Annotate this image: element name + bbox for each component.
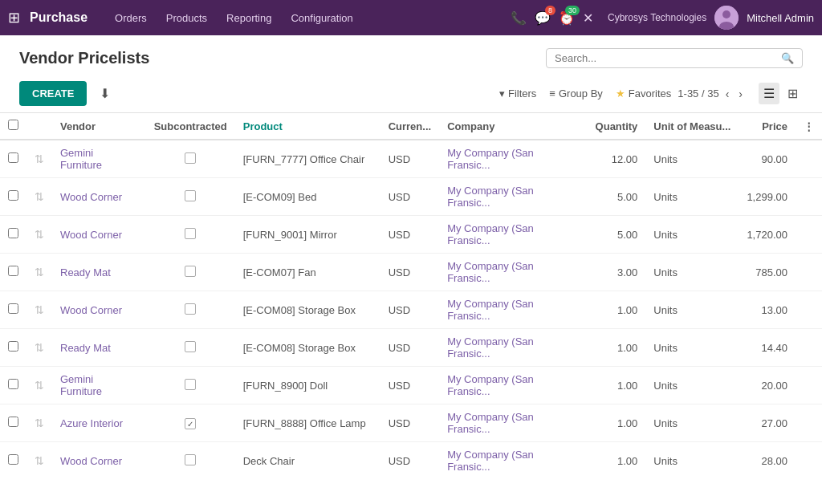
grid-icon[interactable]: ⊞: [8, 9, 20, 26]
row-drag-handle[interactable]: ⇅: [26, 216, 52, 254]
row-checkbox[interactable]: [8, 190, 18, 201]
row-vendor[interactable]: Wood Corner: [52, 291, 146, 329]
toolbar-filters: ▾ Filters ≡ Group By ★ Favorites: [499, 87, 671, 100]
subcontracted-checkbox: [185, 228, 196, 239]
row-quantity: 1.00: [588, 291, 646, 329]
row-drag-handle[interactable]: ⇅: [26, 329, 52, 367]
row-drag-handle[interactable]: ⇅: [26, 367, 52, 404]
grid-view-button[interactable]: ⊞: [783, 83, 803, 104]
row-checkbox[interactable]: [8, 417, 18, 427]
row-company[interactable]: My Company (San Fransic...: [439, 140, 587, 178]
header-company[interactable]: Company: [439, 113, 587, 140]
table-row: ⇅ Wood Corner [E-COM09] Bed USD My Compa…: [0, 178, 822, 216]
row-currency: USD: [380, 178, 439, 216]
close-icon[interactable]: ✕: [583, 10, 593, 26]
row-vendor[interactable]: Wood Corner: [52, 442, 146, 474]
row-checkbox[interactable]: [8, 379, 18, 389]
row-quantity: 1.00: [588, 442, 646, 474]
row-vendor[interactable]: Gemini Furniture: [52, 140, 146, 178]
row-drag-handle[interactable]: ⇅: [26, 178, 52, 216]
page-header: Vendor Pricelists 🔍: [0, 35, 822, 75]
table-row: ⇅ Wood Corner Deck Chair USD My Company …: [0, 442, 822, 474]
row-drag-handle[interactable]: ⇅: [26, 291, 52, 329]
favorites-button[interactable]: ★ Favorites: [616, 87, 671, 100]
row-checkbox[interactable]: [8, 228, 18, 238]
header-vendor[interactable]: Vendor: [52, 113, 146, 140]
header-subcontracted[interactable]: Subcontracted: [146, 113, 235, 140]
row-subcontracted: [146, 329, 235, 367]
search-bar[interactable]: 🔍: [546, 48, 803, 68]
table-row: ⇅ Azure Interior [FURN_8888] Office Lamp…: [0, 404, 822, 442]
user-name: Mitchell Admin: [747, 12, 814, 24]
prev-page-button[interactable]: ‹: [722, 86, 733, 102]
search-input[interactable]: [555, 52, 781, 64]
header-product[interactable]: Product: [235, 113, 380, 140]
row-drag-handle[interactable]: ⇅: [26, 254, 52, 291]
row-product: [E-COM07] Fan: [235, 254, 380, 291]
page-title: Vendor Pricelists: [19, 49, 149, 67]
row-uom: Units: [645, 216, 739, 254]
nav-reporting[interactable]: Reporting: [218, 7, 279, 29]
search-icon[interactable]: 🔍: [781, 52, 794, 64]
row-price: 27.00: [739, 404, 796, 442]
activity-icon[interactable]: ⏰ 30: [559, 10, 575, 26]
row-company[interactable]: My Company (San Fransic...: [439, 254, 587, 291]
row-currency: USD: [380, 367, 439, 404]
row-company[interactable]: My Company (San Fransic...: [439, 329, 587, 367]
row-product: [E-COM08] Storage Box: [235, 329, 380, 367]
row-more: [796, 329, 822, 367]
row-price: 20.00: [739, 367, 796, 404]
row-checkbox-cell: [0, 140, 26, 178]
row-drag-handle[interactable]: ⇅: [26, 404, 52, 442]
row-checkbox[interactable]: [8, 303, 18, 314]
row-uom: Units: [645, 367, 739, 404]
phone-icon[interactable]: 📞: [511, 10, 527, 26]
row-vendor[interactable]: Wood Corner: [52, 178, 146, 216]
row-company[interactable]: My Company (San Fransic...: [439, 442, 587, 474]
row-checkbox[interactable]: [8, 454, 18, 465]
nav-configuration[interactable]: Configuration: [283, 7, 360, 29]
header-uom[interactable]: Unit of Measu...: [645, 113, 739, 140]
row-vendor[interactable]: Azure Interior: [52, 404, 146, 442]
top-navigation: ⊞ Purchase Orders Products Reporting Con…: [0, 0, 822, 35]
nav-menu: Orders Products Reporting Configuration: [107, 7, 504, 29]
row-quantity: 1.00: [588, 329, 646, 367]
table-row: ⇅ Ready Mat [E-COM07] Fan USD My Company…: [0, 254, 822, 291]
company-name: Cybrosys Technologies: [608, 12, 706, 23]
row-company[interactable]: My Company (San Fransic...: [439, 404, 587, 442]
row-vendor[interactable]: Ready Mat: [52, 329, 146, 367]
row-company[interactable]: My Company (San Fransic...: [439, 216, 587, 254]
import-button[interactable]: ⬇: [93, 83, 116, 104]
filters-button[interactable]: ▾ Filters: [499, 87, 536, 100]
header-quantity[interactable]: Quantity: [588, 113, 646, 140]
user-avatar[interactable]: [714, 6, 739, 30]
header-currency[interactable]: Curren...: [380, 113, 439, 140]
row-drag-handle[interactable]: ⇅: [26, 442, 52, 474]
header-price[interactable]: Price: [739, 113, 796, 140]
row-company[interactable]: My Company (San Fransic...: [439, 291, 587, 329]
row-checkbox[interactable]: [8, 152, 18, 163]
row-price: 90.00: [739, 140, 796, 178]
row-vendor[interactable]: Wood Corner: [52, 216, 146, 254]
create-button[interactable]: CREATE: [19, 81, 87, 106]
row-company[interactable]: My Company (San Fransic...: [439, 367, 587, 404]
table-row: ⇅ Wood Corner [FURN_9001] Mirror USD My …: [0, 216, 822, 254]
groupby-button[interactable]: ≡ Group By: [549, 87, 603, 100]
next-page-button[interactable]: ›: [735, 86, 746, 102]
nav-orders[interactable]: Orders: [107, 7, 155, 29]
row-checkbox[interactable]: [8, 341, 18, 352]
row-checkbox[interactable]: [8, 266, 18, 276]
pricelists-table: Vendor Subcontracted Product Curren... C…: [0, 113, 822, 473]
header-more[interactable]: ⋮: [796, 113, 822, 140]
row-checkbox-cell: [0, 367, 26, 404]
row-vendor[interactable]: Gemini Furniture: [52, 367, 146, 404]
select-all-checkbox[interactable]: [8, 120, 18, 130]
chat-icon[interactable]: 💬 8: [535, 10, 551, 26]
nav-products[interactable]: Products: [158, 7, 215, 29]
row-drag-handle[interactable]: ⇅: [26, 140, 52, 178]
row-vendor[interactable]: Ready Mat: [52, 254, 146, 291]
drag-icon: ⇅: [35, 152, 44, 165]
row-company[interactable]: My Company (San Fransic...: [439, 178, 587, 216]
list-view-button[interactable]: ☰: [759, 83, 779, 104]
table-row: ⇅ Gemini Furniture [FURN_8900] Doll USD …: [0, 367, 822, 404]
